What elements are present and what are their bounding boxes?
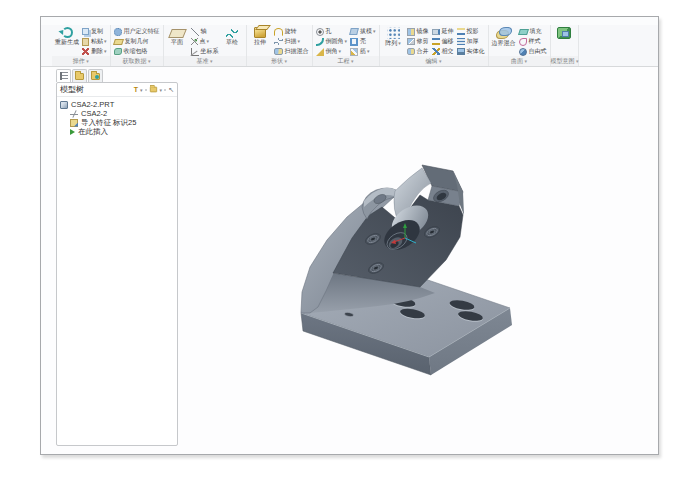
merge-icon <box>407 48 415 55</box>
merge-button[interactable]: 合并 <box>407 47 429 56</box>
paste-icon <box>82 38 89 46</box>
ribbon-group-label-surfaces[interactable]: 曲面 <box>489 56 550 66</box>
tab-model-tree[interactable] <box>56 69 71 82</box>
extend-icon <box>432 29 440 35</box>
thicken-icon <box>457 38 465 45</box>
ribbon-group-label-datum[interactable]: 基准 <box>164 56 246 66</box>
tab-folder-browser[interactable] <box>72 69 87 82</box>
ribbon-group-label-shapes[interactable]: 形状 <box>247 56 312 66</box>
model-intent-button[interactable] <box>554 27 575 39</box>
tree-item-import-feature[interactable]: 导入特征 标识25 <box>60 118 175 127</box>
copy-button[interactable]: 复制 <box>82 27 107 36</box>
extend-button[interactable]: 延伸 <box>432 27 454 36</box>
favorites-icon <box>91 73 100 80</box>
tab-favorites[interactable] <box>88 69 103 82</box>
tree-settings-dropdown-icon[interactable]: ▾ <box>160 87 163 93</box>
sketch-icon <box>226 29 238 38</box>
solidify-icon <box>457 48 465 55</box>
copy-geometry-button[interactable]: 复制几何 <box>114 37 160 46</box>
pattern-icon <box>387 27 400 39</box>
tree-item-part[interactable]: CSA2-2.PRT <box>60 100 175 109</box>
fill-icon <box>518 29 529 35</box>
graphics-area[interactable] <box>179 67 657 453</box>
csys-icon <box>191 48 199 56</box>
style-button[interactable]: 样式 <box>519 37 547 46</box>
freestyle-button[interactable]: 自由式 <box>519 47 547 56</box>
panel-expand-icon[interactable]: ↖ <box>168 86 174 94</box>
project-button[interactable]: 投影 <box>457 27 485 36</box>
trim-button[interactable]: 修剪 <box>407 37 429 46</box>
shrinkwrap-button[interactable]: 收缩包络 <box>114 47 160 56</box>
csys-button[interactable]: 坐标系 <box>191 47 219 56</box>
chamfer-button[interactable]: 倒角 <box>316 47 348 56</box>
round-icon <box>316 38 324 46</box>
hole-button[interactable]: 孔 <box>316 27 348 36</box>
regenerate-button[interactable]: 重新生成 <box>55 27 79 45</box>
ribbon-group-operations: 重新生成 复制 粘贴 删除 操作 <box>52 25 111 66</box>
tree-settings-folder-icon[interactable] <box>150 87 157 93</box>
model-tree-title: 模型树 <box>60 84 84 95</box>
rib-icon <box>350 48 358 56</box>
intersect-button[interactable]: 相交 <box>432 47 454 56</box>
shell-icon <box>350 38 358 46</box>
ribbon-group-label-model-intent[interactable]: 模型意图 <box>551 56 578 66</box>
offset-button[interactable]: 偏移 <box>432 37 454 46</box>
ribbon-group-editing: 阵列 镜像 修剪 合并 延伸 偏移 相交 投影 加厚 实体化 编辑 <box>380 25 489 66</box>
delete-button[interactable]: 删除 <box>82 47 107 56</box>
navigator-tabs <box>56 69 103 82</box>
mirror-button[interactable]: 镜像 <box>407 27 429 36</box>
axis-icon <box>191 28 199 36</box>
draft-button[interactable]: 拔模 <box>350 27 376 36</box>
ribbon-group-label-engineering[interactable]: 工程 <box>313 56 379 66</box>
ribbon-group-surfaces: 边界混合 填充 样式 自由式 曲面 <box>489 25 551 66</box>
round-button[interactable]: 倒圆角 <box>316 37 348 46</box>
mirror-icon <box>407 28 415 36</box>
solidify-button[interactable]: 实体化 <box>457 47 485 56</box>
intersect-icon <box>432 48 440 55</box>
plane-button[interactable]: 平面 <box>167 27 188 45</box>
application-window: 重新生成 复制 粘贴 删除 操作 用户定义特征 复制几何 收缩包络 获取数据 平… <box>40 16 659 455</box>
paste-button[interactable]: 粘贴 <box>82 37 107 46</box>
shell-button[interactable]: 壳 <box>350 37 376 46</box>
ribbon-group-get-data: 用户定义特征 复制几何 收缩包络 获取数据 <box>111 25 164 66</box>
tree-item-insert-here[interactable]: 在此插入 <box>60 127 175 136</box>
ribbon-group-label-get-data[interactable]: 获取数据 <box>111 56 163 66</box>
draft-icon <box>349 28 359 35</box>
point-button[interactable]: 点 <box>191 37 219 46</box>
tree-item-csys[interactable]: CSA2-2 <box>60 109 175 118</box>
copy-geometry-icon <box>113 39 124 45</box>
swept-blend-button[interactable]: 扫描混合 <box>274 47 309 56</box>
sweep-button[interactable]: 扫描 <box>274 37 309 46</box>
ribbon-tab-strip[interactable] <box>41 17 658 25</box>
extrude-button[interactable]: 拉伸 <box>250 27 271 45</box>
rib-button[interactable]: 筋 <box>350 47 376 56</box>
ribbon-group-datum: 平面 轴 点 坐标系 草绘 基准 <box>164 25 247 66</box>
datum-plane-icon <box>168 29 187 38</box>
project-icon <box>457 28 465 35</box>
pattern-button[interactable]: 阵列 <box>383 27 404 46</box>
user-defined-feature-button[interactable]: 用户定义特征 <box>114 27 160 36</box>
revolve-button[interactable]: 旋转 <box>274 27 309 36</box>
sweep-icon <box>274 38 283 45</box>
part-icon <box>60 101 68 109</box>
axis-button[interactable]: 轴 <box>191 27 219 36</box>
user-defined-feature-icon <box>114 28 122 36</box>
tree-filters-icon[interactable]: T <box>134 86 138 94</box>
sketch-button[interactable]: 草绘 <box>222 27 243 45</box>
fill-button[interactable]: 填充 <box>519 27 547 36</box>
bracket-part[interactable] <box>301 165 512 375</box>
folder-browser-icon <box>75 73 84 80</box>
thicken-button[interactable]: 加厚 <box>457 37 485 46</box>
swept-blend-icon <box>274 48 283 55</box>
ribbon-group-label-operations[interactable]: 操作 <box>52 56 110 66</box>
model-viewport[interactable] <box>260 135 570 385</box>
insert-here-icon <box>70 129 75 135</box>
offset-icon <box>432 38 440 45</box>
ribbon-group-label-editing[interactable]: 编辑 <box>380 56 488 66</box>
extrude-icon <box>254 27 266 38</box>
tree-filters-dropdown-icon[interactable]: ▾ <box>140 87 143 93</box>
boundary-blend-button[interactable]: 边界混合 <box>492 27 516 46</box>
ribbon-group-model-intent: 模型意图 <box>551 25 579 66</box>
boundary-blend-icon <box>496 27 511 39</box>
ribbon: 重新生成 复制 粘贴 删除 操作 用户定义特征 复制几何 收缩包络 获取数据 平… <box>41 25 658 67</box>
